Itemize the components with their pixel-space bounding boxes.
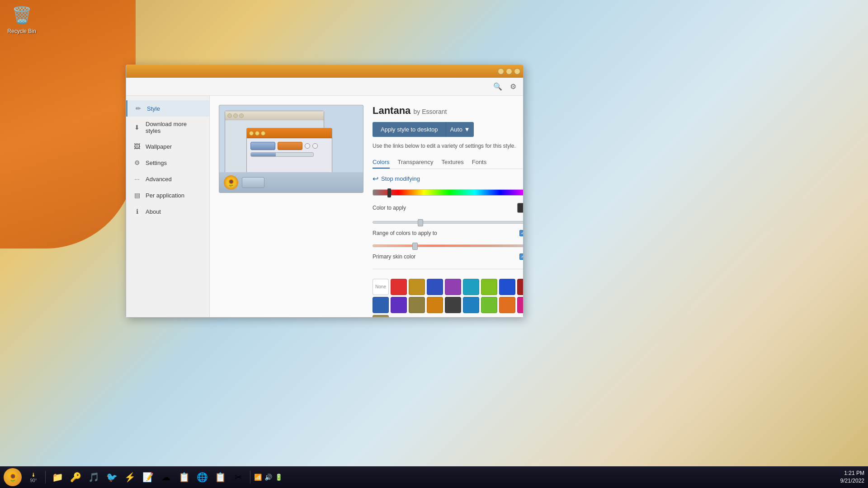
preview-titlebar-outer [225,111,324,120]
taskbar-icon-clipboard[interactable]: 📋 [212,469,228,485]
search-icon[interactable]: 🔍 [492,81,503,92]
color-cell-cyan[interactable] [463,279,479,295]
preview-progress-bar [250,152,314,157]
preview-orange-btn [278,142,302,150]
color-apply-row: Color to apply [373,203,523,213]
apply-style-button[interactable]: Apply style to desktop [373,122,446,137]
taskbar-icon-scissors[interactable]: ✂ [230,469,246,485]
tab-fonts[interactable]: Fonts [472,156,487,169]
bg-shape [0,0,136,249]
preview-blue-btn [250,142,275,150]
color-cell-lime[interactable] [481,279,497,295]
taskbar-icon-browser[interactable]: 🌐 [194,469,210,485]
color-cell-hotpink[interactable] [517,297,523,313]
color-cell-violet[interactable] [391,297,407,313]
sidebar-item-wallpaper[interactable]: 🖼 Wallpaper [126,138,209,155]
preview-btn-3 [239,113,244,118]
taskbar-icon-bolt[interactable]: ⚡ [122,469,138,485]
color-cell-navy[interactable] [499,279,515,295]
taskbar-icon-temp[interactable]: 🌡90° [25,469,42,485]
color-cell-crimson[interactable] [517,279,523,295]
taskbar-icon-tasks[interactable]: 📋 [176,469,192,485]
window-toolbar: 🔍 ⚙ [126,78,523,96]
sidebar: ✏ Style ⬇ Download more styles 🖼 Wallpap… [126,96,210,317]
maximize-button[interactable] [506,68,512,75]
gradient-slider[interactable] [373,189,523,196]
color-cell-green[interactable] [481,297,497,313]
range-auto-checkbox[interactable]: ✓ Automatic [519,230,523,236]
color-cell-red[interactable] [391,279,407,295]
taskbar-icon-cloud[interactable]: ☁ [158,469,174,485]
style-preview: 🌻 [219,105,363,193]
skin-auto-checkbox[interactable]: ✓ Automatic [519,253,523,260]
skin-slider[interactable] [373,244,523,247]
sys-icon-network[interactable]: 📶 [254,474,262,481]
color-cell-skyblue[interactable] [463,297,479,313]
tab-colors[interactable]: Colors [373,156,390,169]
color-cell-orange[interactable] [427,297,443,313]
start-button[interactable]: 🌻 [4,468,22,486]
skin-label: Primary skin color [373,253,415,260]
taskbar-icon-key[interactable]: 🔑 [67,469,84,485]
taskbar-sep-1 [45,471,46,483]
preview-btn-1 [227,113,232,118]
sidebar-label-style: Style [147,105,160,112]
sidebar-item-per-application[interactable]: ▤ Per application [126,187,209,203]
sidebar-item-download[interactable]: ⬇ Download more styles [126,117,209,138]
tab-textures[interactable]: Textures [442,156,464,169]
recycle-bin-icon[interactable]: 🗑️ Recycle Bin [4,5,40,34]
sidebar-item-about[interactable]: ℹ About [126,203,209,220]
close-button[interactable] [514,68,520,75]
taskbar-time[interactable]: 1:21 PM 9/21/2022 [840,469,864,485]
main-panel: 🌻 Lantana by Essorant Apply style to des… [210,96,523,317]
color-cell-tan[interactable] [373,315,389,317]
preview-progress-fill [251,153,276,156]
sidebar-label-wallpaper: Wallpaper [146,143,172,150]
color-cell-purple[interactable] [445,279,461,295]
color-cell-gold[interactable] [409,279,425,295]
sidebar-label-about: About [146,208,161,215]
taskbar-icon-files[interactable]: 📁 [49,469,66,485]
color-cell-khaki[interactable] [409,297,425,313]
color-cell-tangerine[interactable] [499,297,515,313]
color-cell-gray[interactable] [445,297,461,313]
range-slider[interactable] [373,221,523,224]
minimize-button[interactable] [498,68,504,75]
taskbar-icon-music[interactable]: 🎵 [85,469,102,485]
style-author: by Essorant [413,108,447,115]
preview-titlebar-inner [247,128,332,138]
sidebar-item-style[interactable]: ✏ Style [126,100,209,117]
apply-dropdown-button[interactable]: Auto ▼ [446,122,473,137]
window-content: ✏ Style ⬇ Download more styles 🖼 Wallpap… [126,96,523,317]
sidebar-item-advanced[interactable]: ··· Advanced [126,171,209,187]
color-cell-blue[interactable] [427,279,443,295]
preview-bottom-bar: 🌻 [219,172,363,192]
settings-icon[interactable]: ⚙ [508,81,519,92]
range-checkbox[interactable]: ✓ [519,230,523,236]
preview-inner-btn-1 [249,131,254,136]
taskbar-icon-notes[interactable]: 📝 [140,469,156,485]
color-grid: None [373,279,523,317]
sys-icon-battery[interactable]: 🔋 [275,474,283,481]
recycle-bin-image: 🗑️ [11,5,33,26]
style-info: Lantana by Essorant Apply style to deskt… [373,105,523,317]
preview-sunflower-icon: 🌻 [224,175,238,190]
stop-modifying-link[interactable]: ↩ Stop modifying [373,174,523,183]
skin-thumb[interactable] [412,243,418,250]
skin-checkbox[interactable]: ✓ [519,253,523,260]
recycle-bin-label: Recycle Bin [7,28,36,34]
preview-taskbar-btn [242,177,264,188]
tab-transparency[interactable]: Transparency [398,156,434,169]
gradient-thumb[interactable] [387,188,391,197]
sidebar-label-per-application: Per application [146,192,184,199]
color-cell-steelblue[interactable] [373,297,389,313]
taskbar-icon-twitter[interactable]: 🐦 [104,469,120,485]
preview-radio-2 [312,143,318,149]
taskbar: 🌻 🌡90° 📁 🔑 🎵 🐦 ⚡ 📝 ☁ 📋 🌐 📋 ✂ 📶 🔊 🔋 1:21 … [0,466,868,488]
sys-icon-speaker[interactable]: 🔊 [264,474,272,481]
sidebar-item-settings[interactable]: ⚙ Settings [126,155,209,171]
range-thumb[interactable] [418,219,423,226]
color-swatch-dark[interactable] [517,203,523,213]
desktop: 🗑️ Recycle Bin 🔍 ⚙ ✏ Style [0,0,868,488]
color-cell-none[interactable]: None [373,279,389,295]
